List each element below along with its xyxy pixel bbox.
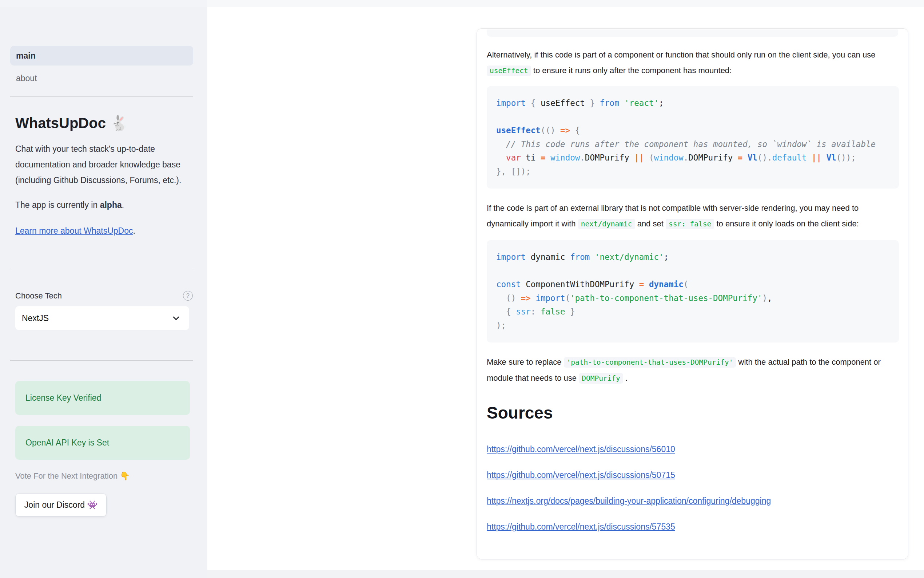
source-link-row: https://github.com/vercel/next.js/discus… [487, 442, 898, 457]
tech-select[interactable]: NextJS [15, 306, 189, 330]
choose-tech-row: Choose Tech ? [15, 291, 193, 300]
help-icon[interactable]: ? [183, 291, 193, 300]
source-link-row: https://github.com/vercel/next.js/discus… [487, 519, 898, 535]
status-prefix: The app is currently in [15, 200, 100, 209]
sidebar-item-about-label: about [16, 73, 37, 83]
previous-codeblock-sliver [487, 29, 898, 37]
chat-response-card: Alternatively, if this code is part of a… [477, 28, 908, 559]
sidebar-nav: main about [15, 46, 193, 88]
alpha-status-text: The app is currently in alpha. [15, 197, 193, 213]
source-link-2[interactable]: https://github.com/vercel/next.js/discus… [487, 470, 675, 480]
sidebar-divider [10, 96, 193, 97]
source-link-4[interactable]: https://github.com/vercel/next.js/discus… [487, 522, 675, 531]
app-title: WhatsUpDoc 🐇 [15, 114, 193, 132]
paragraph-replace-path: Make sure to replace 'path-to-component-… [487, 354, 899, 386]
inline-code: next/dynamic [578, 219, 635, 229]
top-header-band [0, 0, 924, 7]
paragraph-dynamic-import: If the code is part of an external libra… [487, 200, 899, 232]
inline-code: useEffect [487, 65, 531, 76]
learn-more-paragraph: Learn more about WhatsUpDoc. [15, 223, 193, 239]
license-status-alert: License Key Verified [15, 381, 190, 415]
sidebar-item-main[interactable]: main [10, 46, 193, 65]
code-block-dynamic: import dynamic from 'next/dynamic'; cons… [487, 240, 899, 343]
source-link-row: https://github.com/vercel/next.js/discus… [487, 468, 898, 483]
openai-key-status-alert: OpenAI API Key is Set [15, 426, 190, 460]
source-link-row: https://nextjs.org/docs/pages/building-y… [487, 493, 898, 509]
sidebar-divider [10, 268, 193, 268]
paragraph-useeffect: Alternatively, if this code is part of a… [487, 47, 899, 79]
inline-code: ssr: false [666, 219, 714, 229]
chevron-down-icon [172, 314, 180, 323]
bottom-strip [207, 570, 924, 578]
sidebar-item-main-label: main [16, 51, 36, 61]
inline-code: 'path-to-component-that-uses-DOMPurify' [564, 357, 736, 368]
app-window: main about WhatsUpDoc 🐇 Chat with your t… [0, 0, 924, 578]
sidebar-item-about[interactable]: about [10, 68, 193, 88]
sources-heading: Sources [487, 402, 898, 423]
sidebar-divider [10, 360, 193, 361]
choose-tech-label: Choose Tech [15, 291, 62, 300]
vote-next-integration-text: Vote For the Next Integration 👇 [15, 471, 193, 482]
sidebar: main about WhatsUpDoc 🐇 Chat with your t… [0, 0, 207, 578]
status-alpha: alpha [100, 200, 122, 209]
status-suffix: . [122, 200, 124, 209]
learn-more-suffix: . [133, 226, 135, 235]
tech-select-value: NextJS [22, 313, 49, 323]
join-discord-button[interactable]: Join our Discord 👾 [15, 494, 107, 516]
learn-more-link[interactable]: Learn more about WhatsUpDoc [15, 226, 133, 235]
source-link-1[interactable]: https://github.com/vercel/next.js/discus… [487, 445, 675, 454]
app-description: Chat with your tech stack's up-to-date d… [15, 141, 194, 188]
inline-code: DOMPurify [579, 373, 623, 384]
source-link-3[interactable]: https://nextjs.org/docs/pages/building-y… [487, 496, 771, 506]
code-block-useeffect: import { useEffect } from 'react'; useEf… [487, 86, 899, 188]
